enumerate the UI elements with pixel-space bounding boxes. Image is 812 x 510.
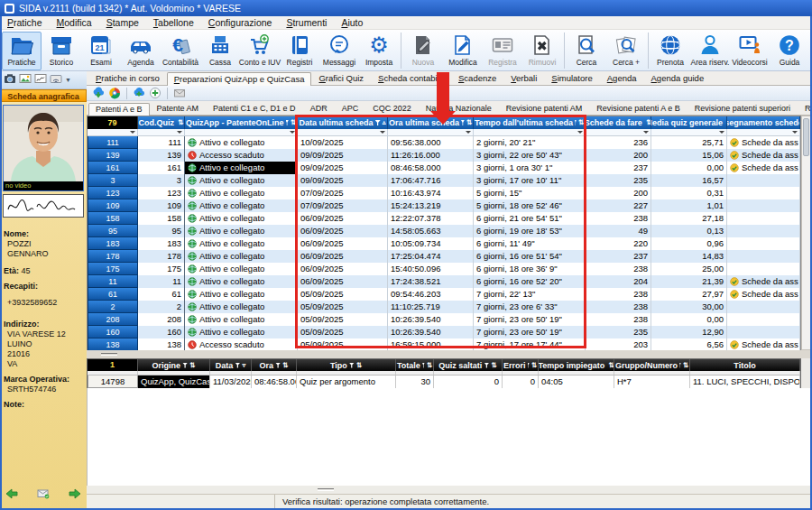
cell-tempo[interactable]: 7 giorni, 23 ore 50' 19" [474, 326, 586, 338]
cell-assegnamento[interactable]: Schede da ass [727, 275, 800, 288]
cell-schede-da-fare[interactable]: 238 [586, 263, 651, 275]
cell-cod-quiz[interactable]: 2 [138, 301, 185, 313]
filter-funnel-icon[interactable] [182, 363, 188, 368]
column-header-tempo-dall-ultima-scheda[interactable]: Tempo dall'ultima scheda⇅ [474, 116, 586, 129]
signature-icon[interactable] [34, 72, 47, 88]
quizapp-ball-icon[interactable] [108, 87, 121, 99]
cell-assegnamento[interactable] [727, 263, 800, 275]
cell-schede-da-fare[interactable]: 238 [586, 212, 651, 225]
toolbar-button-messaggi[interactable]: Messaggi [319, 32, 359, 70]
cell-data[interactable]: 11/03/2025 [210, 376, 252, 388]
cell-gruppo[interactable]: H*7 [614, 376, 690, 388]
sort-icon[interactable]: ▵ [383, 119, 386, 126]
cell-cod-quiz[interactable]: 160 [138, 326, 185, 338]
cloud-download-icon[interactable] [92, 87, 105, 99]
cell-stato[interactable]: Attivo e collegato [185, 275, 298, 288]
cell-assegnamento[interactable] [727, 326, 800, 338]
filter-funnel-icon[interactable] [461, 120, 465, 125]
menu-configurazione[interactable]: Configurazione [201, 17, 280, 28]
cell-cod-quiz[interactable]: 111 [138, 136, 185, 149]
cell-schede-da-fare[interactable]: 204 [586, 275, 651, 288]
sort-icon[interactable]: ⇅ [491, 362, 496, 369]
cell-cod-quiz[interactable]: 161 [138, 162, 185, 174]
filter-cell[interactable] [88, 129, 138, 135]
subtab-patenti-a-e-b[interactable]: Patenti A e B [88, 103, 150, 116]
subtab-revisione-patenti-superiori[interactable]: Revisione patenti superiori [687, 102, 798, 115]
cell-tempo[interactable]: 3 giorni, 22 ore 50' 43" [474, 149, 586, 162]
cell-schede-da-fare[interactable]: 200 [586, 187, 651, 199]
cell-schede-da-fare[interactable]: 238 [586, 288, 651, 301]
row-header[interactable]: 61 [88, 288, 138, 301]
row-header[interactable]: 160 [88, 326, 138, 338]
toolbar-button-pratiche[interactable]: Pratiche [2, 32, 42, 70]
tab-pratiche-in-corso[interactable]: Pratiche in corso [88, 71, 167, 85]
cell-schede-da-fare[interactable]: 220 [586, 237, 651, 250]
next-student-button[interactable] [69, 487, 81, 503]
splitter-handle[interactable] [101, 353, 117, 356]
column-header-ora[interactable]: Ora⇅ [252, 359, 297, 371]
row-header[interactable]: 14798 [88, 376, 138, 388]
toolbar-button-cassa[interactable]: Cassa [200, 32, 240, 70]
cell-media-quiz[interactable]: 0,00 [651, 162, 727, 174]
cell-ora[interactable]: 17:24:38.521 [388, 275, 474, 288]
sort-icon[interactable]: ⇅ [578, 119, 584, 126]
cloud-add-icon[interactable] [133, 87, 145, 99]
cell-totale[interactable]: 30 [396, 376, 434, 388]
cell-data[interactable]: 09/09/2025 [298, 174, 388, 187]
filter-cell[interactable] [210, 371, 252, 375]
filter-funnel-icon[interactable] [235, 363, 240, 368]
card-reader-icon[interactable] [50, 72, 62, 88]
cell-schede-da-fare[interactable]: 203 [586, 338, 651, 351]
cell-schede-da-fare[interactable]: 238 [586, 313, 651, 326]
cell-data[interactable]: 06/09/2025 [298, 225, 388, 237]
filter-cell[interactable] [727, 129, 800, 135]
subtab-cqc-2022[interactable]: CQC 2022 [365, 102, 419, 115]
cell-tempo[interactable]: 6 giorni, 16 ore 52' 20" [474, 275, 586, 288]
row-header[interactable]: 178 [88, 250, 138, 263]
cell-schede-da-fare[interactable]: 235 [586, 174, 651, 187]
filter-cell[interactable] [138, 371, 210, 375]
subtab-revisione-cqc[interactable]: Revisione CQC [798, 102, 812, 115]
cell-data[interactable]: 09/09/2025 [298, 162, 388, 174]
filter-cell[interactable] [434, 371, 503, 375]
photo-icon[interactable] [19, 72, 32, 88]
toolbar-button-agenda[interactable]: Agenda [121, 32, 161, 70]
cell-tempo[interactable]: 6 giorni, 11' 49" [474, 237, 586, 250]
row-header[interactable]: 109 [88, 199, 138, 212]
tab-verbali[interactable]: Verbali [503, 71, 544, 85]
cell-data[interactable]: 06/09/2025 [298, 237, 388, 250]
cell-assegnamento[interactable] [727, 212, 800, 225]
cell-assegnamento[interactable]: Schede da ass [727, 338, 800, 351]
cell-data[interactable]: 05/09/2025 [298, 326, 388, 338]
cell-ora[interactable]: 10:05:09.734 [388, 237, 474, 250]
cell-ora[interactable]: 10:26:39.540 [388, 313, 474, 326]
column-header-quiz-saltati[interactable]: Quiz saltati⇅ [434, 359, 503, 371]
cell-errori[interactable]: 0 [503, 376, 539, 388]
row-header[interactable]: 111 [88, 136, 138, 149]
subtab-apc[interactable]: APC [335, 102, 366, 115]
cell-cod-quiz[interactable]: 178 [138, 250, 185, 263]
cell-ora[interactable]: 10:16:43.974 [388, 187, 474, 199]
menu-aiuto[interactable]: Aiuto [334, 17, 370, 28]
tab-scheda-contabile[interactable]: Scheda contabile [371, 71, 451, 85]
cell-ora[interactable]: 16:59:15.000 [388, 338, 474, 351]
cell-ora[interactable]: 17:06:47.716 [388, 174, 474, 187]
tab-grafici-quiz[interactable]: Grafici Quiz [311, 71, 371, 85]
cell-ora[interactable]: 10:26:39.540 [388, 326, 474, 338]
column-header-data-ultima-scheda[interactable]: Data ultima scheda▵ [298, 116, 388, 129]
cell-data[interactable]: 07/09/2025 [298, 187, 388, 199]
cell-media-quiz[interactable]: 15,06 [651, 149, 727, 162]
cell-ora[interactable]: 17:25:04.474 [388, 250, 474, 263]
column-header-data[interactable]: Data▿ [210, 359, 252, 371]
row-header[interactable]: 158 [88, 212, 138, 225]
cell-data[interactable]: 10/09/2025 [298, 136, 388, 149]
toolbar-button-esami[interactable]: 21Esami [81, 32, 121, 70]
cell-origine[interactable]: QuizApp, QuizCasa [138, 376, 210, 388]
filter-cell[interactable] [298, 129, 388, 135]
sort-icon[interactable]: ⇅ [531, 362, 537, 369]
filter-cell[interactable] [138, 129, 185, 135]
toolbar-button-contabilit[interactable]: €Contabilità [161, 32, 200, 70]
cell-ora[interactable]: 11:10:25.719 [388, 301, 474, 313]
row-header[interactable]: 139 [88, 149, 138, 162]
column-header-titolo[interactable]: Titolo [690, 359, 800, 371]
